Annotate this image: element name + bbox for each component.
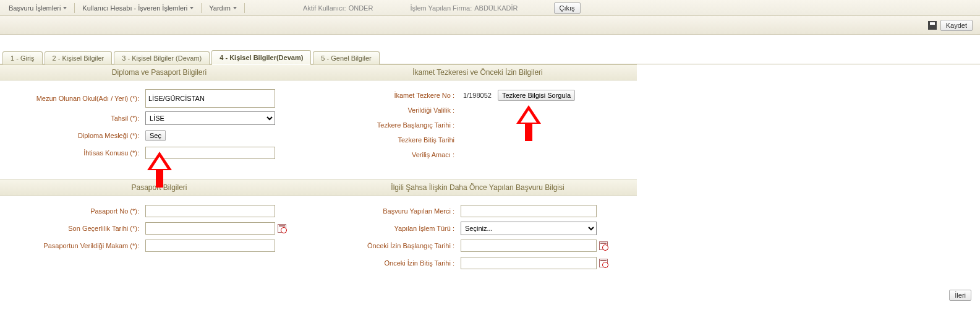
tab-kisisel-bilgiler-devam-2[interactable]: 4 - Kişisel Bilgiler(Devam) — [211, 50, 311, 65]
kaydet-button[interactable]: Kaydet — [940, 20, 973, 31]
content-area: Diploma ve Pasaport Bilgileri Mezun Olun… — [0, 64, 980, 286]
label-ikamet-no: İkamet Tezkere No : — [325, 92, 461, 99]
label-onceki-bitis: Önceki İzin Bitiş Tarihi : — [325, 259, 461, 267]
aktif-kullanici-info: Aktif Kullanıcı: ÖNDER — [299, 4, 379, 12]
section-header-ilgili: İlgili Şahsa İlişkin Daha Önce Yapılan B… — [318, 179, 637, 196]
section-header-diploma: Diploma ve Pasaport Bilgileri — [0, 64, 318, 80]
menu-separator — [201, 3, 202, 13]
cikis-button[interactable]: Çıkış — [554, 2, 581, 14]
islem-firma-info: İşlem Yapılan Firma: ABDÜLKADİR — [406, 4, 524, 12]
pasaport-no-input[interactable] — [145, 205, 275, 217]
tahsil-select[interactable]: LİSE — [145, 111, 275, 125]
islem-firma-label: İşlem Yapılan Firma: — [410, 4, 472, 12]
islem-turu-select[interactable]: Seçiniz... — [461, 222, 597, 235]
chevron-down-icon — [63, 7, 67, 9]
toolbar: Kaydet — [0, 16, 980, 35]
label-tahsil: Tahsil (*): — [6, 115, 145, 122]
tab-genel-bilgiler[interactable]: 5 - Genel Bilgiler — [313, 51, 379, 64]
label-pasaport-makam: Pasaportun Verildiği Makam (*): — [6, 242, 145, 249]
label-onceki-baslangic: Önceki İzin Başlangıç Tarihi : — [325, 242, 461, 249]
sec-button[interactable]: Seç — [145, 130, 166, 141]
section-pasaport-body: Pasaport No (*): Son Geçerlilik Tarihi (… — [0, 196, 318, 270]
chevron-down-icon — [233, 7, 237, 9]
aktif-kullanici-label: Aktif Kullanıcı: — [303, 4, 346, 12]
section-ilgili-body: Başvuru Yapılan Merci : Yapılan İşlem Tü… — [318, 196, 637, 286]
label-diploma-meslegi: Diploma Mesleği (*): — [6, 132, 145, 139]
calendar-icon[interactable] — [278, 224, 286, 233]
ileri-button[interactable]: İleri — [949, 290, 971, 301]
save-icon — [928, 21, 937, 30]
section-ikamet-body: İkamet Tezkere No : 1/198052 Tezkere Bil… — [318, 80, 637, 179]
menu-label: Kullanıcı Hesabı - İşveren İşlemleri — [82, 4, 187, 12]
label-tezkere-bitis: Tezkere Bitiş Tarihi — [325, 136, 461, 144]
section-header-pasaport: Pasaport Bilgileri — [0, 179, 318, 196]
tezkere-sorgula-button[interactable]: Tezkere Bilgisi Sorgula — [498, 90, 575, 101]
mezun-okul-input[interactable] — [145, 89, 275, 108]
label-islem-turu: Yapılan İşlem Türü : — [325, 225, 461, 232]
label-ihtisas-konusu: İhtisas Konusu (*): — [6, 149, 145, 157]
label-son-gecerlilik: Son Geçerlilik Tarihi (*): — [6, 225, 145, 232]
tab-giris[interactable]: 1 - Giriş — [2, 51, 43, 64]
section-header-ikamet: İkamet Tezkeresi ve Önceki İzin Bilgiler… — [318, 64, 637, 80]
ihtisas-konusu-input[interactable] — [145, 147, 275, 159]
left-column: Diploma ve Pasaport Bilgileri Mezun Olun… — [0, 64, 318, 286]
aktif-kullanici-value: ÖNDER — [349, 4, 373, 12]
menu-kullanici-hesabi[interactable]: Kullanıcı Hesabı - İşveren İşlemleri — [77, 2, 198, 14]
son-gecerlilik-input[interactable] — [145, 222, 275, 235]
label-verilis-amaci: Veriliş Amacı : — [325, 151, 461, 158]
onceki-bitis-input[interactable] — [461, 257, 597, 269]
label-mezun-okul: Mezun Olunan Okul(Adı / Yeri) (*): — [6, 95, 145, 102]
basvuru-merci-input[interactable] — [461, 205, 597, 217]
label-verildigi-valilik: Verildiği Valilik : — [325, 106, 461, 114]
tab-kisisel-bilgiler-devam-1[interactable]: 3 - Kişisel Bilgiler (Devam) — [114, 51, 210, 64]
label-tezkere-baslangic: Tezkere Başlangıç Tarihi : — [325, 121, 461, 129]
calendar-icon[interactable] — [599, 259, 608, 267]
menu-yardim[interactable]: Yardım — [204, 2, 242, 14]
footer-bar: İleri — [0, 286, 980, 303]
pasaport-makam-input[interactable] — [145, 240, 275, 252]
right-column: İkamet Tezkeresi ve Önceki İzin Bilgiler… — [318, 64, 637, 286]
label-basvuru-merci: Başvuru Yapılan Merci : — [325, 207, 461, 215]
top-menu-bar: Başvuru İşlemleri Kullanıcı Hesabı - İşv… — [0, 0, 980, 16]
calendar-icon[interactable] — [599, 241, 608, 250]
menu-basvuru-islemleri[interactable]: Başvuru İşlemleri — [4, 2, 72, 14]
chevron-down-icon — [190, 7, 194, 9]
tab-kisisel-bilgiler[interactable]: 2 - Kişisel Bilgiler — [45, 51, 113, 64]
menu-separator — [74, 3, 75, 13]
label-pasaport-no: Pasaport No (*): — [6, 207, 145, 215]
menu-label: Başvuru İşlemleri — [9, 4, 61, 12]
tab-strip: 1 - Giriş 2 - Kişisel Bilgiler 3 - Kişis… — [0, 50, 980, 64]
islem-firma-value: ABDÜLKADİR — [474, 4, 518, 12]
menu-separator — [244, 3, 245, 13]
ikamet-no-value: 1/198052 — [461, 92, 492, 99]
menu-label: Yardım — [209, 4, 231, 12]
section-diploma-body: Mezun Olunan Okul(Adı / Yeri) (*): Tahsi… — [0, 80, 318, 179]
onceki-baslangic-input[interactable] — [461, 240, 597, 252]
